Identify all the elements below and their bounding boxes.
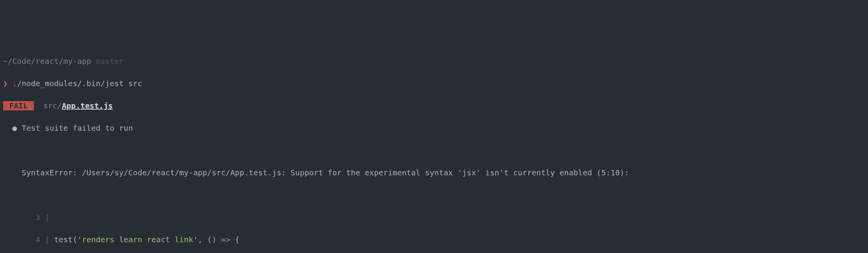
fail-line: FAIL src/App.test.js bbox=[3, 100, 865, 112]
code-line-4: 4 | test('renders learn react link', () … bbox=[3, 234, 865, 245]
command-text: ./node_modules/.bin/jest src bbox=[12, 79, 142, 88]
blank-line bbox=[3, 145, 865, 156]
gutter-pipe: | bbox=[45, 235, 49, 244]
cwd-path: ~/Code/react/my-app bbox=[3, 57, 91, 66]
fail-badge: FAIL bbox=[3, 101, 34, 110]
suite-failed-text: Test suite failed to run bbox=[22, 123, 133, 133]
syntax-error-text: SyntaxError: /Users/sy/Code/react/my-app… bbox=[22, 168, 629, 177]
line-number: 4 bbox=[31, 234, 40, 245]
bullet-icon: ● bbox=[12, 123, 17, 133]
syntax-error-line: SyntaxError: /Users/sy/Code/react/my-app… bbox=[3, 167, 865, 178]
code-line-3: 3 | bbox=[3, 212, 865, 223]
prompt-line-command: ❯ ./node_modules/.bin/jest src bbox=[3, 78, 865, 89]
suite-failed-line: ● Test suite failed to run bbox=[3, 123, 865, 134]
prompt-arrow-icon: ❯ bbox=[3, 79, 8, 88]
fail-dir: src/ bbox=[43, 101, 62, 110]
line-number: 3 bbox=[31, 212, 40, 223]
blank-line bbox=[3, 190, 865, 201]
fail-file: App.test.js bbox=[62, 101, 113, 110]
terminal-output: ~/Code/react/my-app master ❯ ./node_modu… bbox=[0, 45, 868, 253]
gutter-pipe: | bbox=[45, 213, 49, 222]
git-branch: master bbox=[96, 57, 124, 66]
prompt-line-path: ~/Code/react/my-app master bbox=[3, 56, 865, 67]
